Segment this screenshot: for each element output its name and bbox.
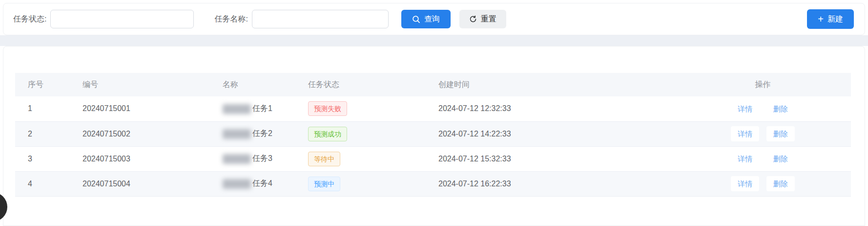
column-header-name: 名称 [210, 73, 295, 96]
search-button-label: 查询 [424, 14, 440, 24]
cell-status: 预测中 [295, 171, 426, 196]
status-badge: 预测失败 [308, 101, 347, 116]
cell-operation: 详情 删除 [675, 171, 851, 196]
cell-code: 20240715004 [70, 171, 210, 196]
table-row: 3 20240715003 任务3 等待中 2024-07-12 15:32:3… [15, 146, 851, 171]
redacted-name-blur [223, 129, 251, 139]
task-status-label: 任务状态: [13, 14, 46, 24]
redacted-name-blur [223, 104, 251, 114]
reset-button-label: 重置 [481, 14, 496, 24]
task-name-text: 任务1 [252, 104, 272, 113]
task-list-card: 序号 编号 名称 任务状态 创建时间 操作 1 20240715001 任务1 … [3, 46, 865, 226]
cell-index: 2 [15, 121, 70, 146]
detail-link[interactable]: 详情 [731, 126, 759, 141]
detail-link[interactable]: 详情 [731, 176, 759, 191]
plus-icon: + [818, 14, 824, 24]
delete-link[interactable]: 删除 [766, 101, 795, 116]
redacted-name-blur [223, 154, 251, 164]
reset-button[interactable]: 重置 [459, 10, 506, 28]
column-header-created: 创建时间 [426, 73, 675, 96]
cell-status: 预测成功 [295, 121, 426, 146]
delete-link[interactable]: 删除 [766, 176, 795, 191]
task-name-label: 任务名称: [214, 14, 248, 24]
search-button[interactable]: 查询 [401, 10, 451, 28]
cell-code: 20240715001 [70, 96, 210, 121]
table-row: 4 20240715004 任务4 预测中 2024-07-12 16:22:3… [15, 171, 851, 196]
cell-created: 2024-07-12 14:22:33 [426, 121, 675, 146]
refresh-icon [469, 15, 477, 23]
cell-created: 2024-07-12 15:32:33 [426, 146, 675, 171]
cell-code: 20240715002 [70, 121, 210, 146]
detail-link[interactable]: 详情 [731, 101, 759, 116]
create-button-label: 新建 [827, 14, 843, 24]
cell-created: 2024-07-12 12:32:33 [426, 96, 675, 121]
cell-name: 任务4 [210, 171, 295, 196]
task-name-text: 任务3 [252, 154, 272, 162]
column-header-operation: 操作 [675, 73, 851, 96]
status-badge: 等待中 [308, 152, 340, 166]
column-header-status: 任务状态 [295, 73, 426, 96]
cell-code: 20240715003 [70, 146, 210, 171]
cell-created: 2024-07-12 16:22:33 [426, 171, 675, 196]
delete-link[interactable]: 删除 [766, 151, 795, 166]
cell-index: 1 [15, 96, 70, 121]
table-row: 1 20240715001 任务1 预测失败 2024-07-12 12:32:… [15, 96, 851, 121]
cell-name: 任务3 [210, 146, 295, 171]
delete-link[interactable]: 删除 [766, 126, 795, 141]
status-badge: 预测中 [308, 177, 340, 191]
column-header-index: 序号 [15, 73, 70, 96]
task-status-input[interactable] [50, 10, 194, 28]
task-name-text: 任务4 [252, 179, 272, 187]
cell-name: 任务2 [210, 121, 295, 146]
cell-index: 4 [15, 171, 70, 196]
table-header-row: 序号 编号 名称 任务状态 创建时间 操作 [15, 73, 851, 96]
cell-name: 任务1 [210, 96, 295, 121]
status-badge: 预测成功 [308, 127, 347, 141]
cell-operation: 详情 删除 [675, 146, 851, 171]
detail-link[interactable]: 详情 [731, 151, 759, 166]
task-table: 序号 编号 名称 任务状态 创建时间 操作 1 20240715001 任务1 … [15, 73, 851, 197]
cell-operation: 详情 删除 [675, 96, 851, 121]
cell-operation: 详情 删除 [675, 121, 851, 146]
cell-status: 预测失败 [295, 96, 426, 121]
task-name-input[interactable] [252, 10, 389, 28]
table-row: 2 20240715002 任务2 预测成功 2024-07-12 14:22:… [15, 121, 851, 146]
filter-bar: 任务状态: 任务名称: 查询 重置 + 新建 [3, 3, 865, 35]
column-header-code: 编号 [70, 73, 210, 96]
magnifier-icon [412, 15, 420, 23]
cell-status: 等待中 [295, 146, 426, 171]
create-button[interactable]: + 新建 [807, 9, 854, 29]
page-background-strip [0, 35, 868, 46]
cell-index: 3 [15, 146, 70, 171]
redacted-name-blur [223, 179, 251, 189]
task-name-text: 任务2 [252, 129, 272, 137]
